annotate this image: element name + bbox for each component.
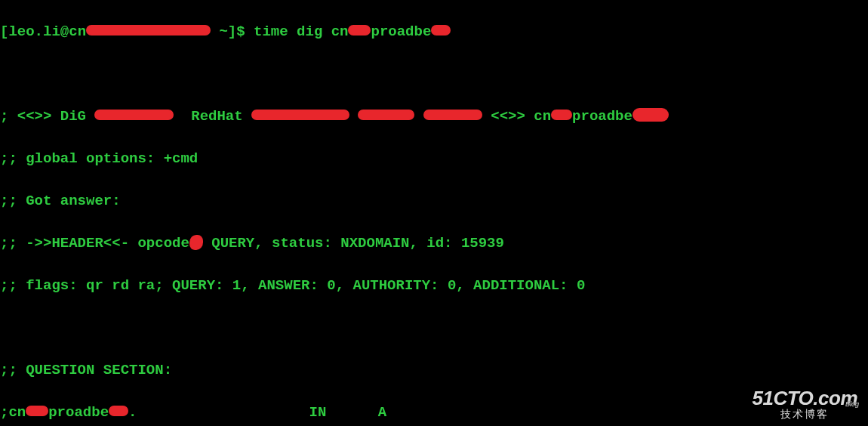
redacted-cmd1: [348, 25, 371, 36]
brand-name: 51CTO: [752, 387, 813, 409]
banner-prefix: ; <<>> DiG: [0, 108, 94, 125]
q-prefix: ;cn: [0, 404, 26, 421]
terminal-output: [leo.li@cn ~]$ time dig cnproadbe ; <<>>…: [0, 0, 868, 426]
watermark-blog: Blog: [845, 401, 859, 408]
redacted-host: [86, 25, 211, 36]
prompt-user: leo.li: [8, 23, 60, 40]
header-line: ;; ->>HEADER<<- opcode QUERY, status: NX…: [0, 233, 868, 254]
redacted-rh3: [423, 110, 482, 120]
header-prefix: ;; ->>HEADER<<- opcode: [0, 235, 189, 252]
global-options: ;; global options: +cmd: [0, 148, 868, 169]
header-rest: QUERY, status: NXDOMAIN, id: 15939: [203, 235, 504, 252]
q-record: IN A: [137, 404, 386, 421]
dig-banner: ; <<>> DiG RedHat <<>> cnproadbe: [0, 106, 868, 127]
question-section: ;; QUESTION SECTION:: [0, 360, 868, 381]
redacted-q1: [26, 406, 48, 416]
redacted-rh1: [251, 110, 349, 120]
prompt-line[interactable]: [leo.li@cn ~]$ time dig cnproadbe: [0, 21, 868, 42]
watermark-brand: 51CTO.com: [752, 388, 857, 409]
command-suffix: proadbe: [371, 23, 431, 40]
prompt-host-prefix: cn: [69, 23, 86, 40]
banner-tail: proadbe: [572, 108, 633, 125]
redacted-ver: [94, 110, 174, 120]
question-line: ;cnproadbe. IN A: [0, 402, 868, 423]
q-dot: .: [128, 404, 137, 421]
redacted-rh2: [358, 110, 414, 120]
banner-end: <<>> cn: [482, 108, 551, 125]
banner-mid: RedHat: [174, 108, 251, 125]
prompt-cwd: ~]$: [211, 23, 254, 40]
redacted-b2: [633, 108, 669, 122]
redacted-q2: [109, 406, 128, 416]
watermark: 51CTO.com 技术博客 Blog: [752, 388, 857, 420]
command-text: time dig cn: [254, 23, 348, 40]
blank-2: [0, 317, 868, 338]
q-mid: proadbe: [48, 404, 109, 421]
watermark-sub: 技术博客: [752, 409, 857, 420]
redacted-cmd2: [431, 25, 451, 36]
redacted-colon: [189, 235, 203, 250]
got-answer: ;; Got answer:: [0, 190, 868, 211]
redacted-b1: [551, 110, 572, 120]
flags-line: ;; flags: qr rd ra; QUERY: 1, ANSWER: 0,…: [0, 275, 868, 296]
prompt-open: [: [0, 23, 8, 40]
blank-1: [0, 63, 868, 85]
prompt-at: @: [60, 23, 69, 40]
